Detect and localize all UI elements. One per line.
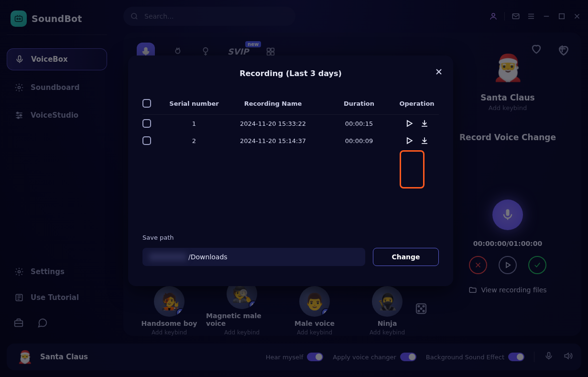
close-icon [434, 67, 444, 77]
cell-name: 2024-11-20 15:33:22 [223, 120, 323, 127]
row-checkbox[interactable] [142, 136, 151, 145]
recordings-table: Serial number Recording Name Duration Op… [142, 99, 439, 149]
cell-duration: 00:00:09 [323, 137, 395, 144]
table-row: 1 2024-11-20 15:33:22 00:00:15 [142, 115, 439, 132]
modal-title: Recording (Last 3 days) [142, 69, 439, 78]
cell-name: 2024-11-20 15:14:37 [223, 137, 323, 144]
recording-modal: Recording (Last 3 days) Serial number Re… [128, 55, 453, 286]
download-icon[interactable] [420, 119, 429, 128]
cell-serial: 1 [165, 120, 223, 127]
row-checkbox[interactable] [142, 119, 151, 128]
play-icon[interactable] [404, 119, 414, 128]
col-serial: Serial number [165, 100, 223, 107]
change-path-button[interactable]: Change [373, 248, 439, 266]
col-operation: Operation [395, 100, 439, 107]
table-row: 2 2024-11-20 15:14:37 00:00:09 [142, 132, 439, 149]
cell-duration: 00:00:15 [323, 120, 395, 127]
download-icon[interactable] [420, 136, 429, 145]
download-highlight-box [400, 150, 425, 188]
play-icon[interactable] [404, 136, 414, 145]
modal-close-button[interactable] [434, 67, 444, 78]
save-path-label: Save path [142, 234, 174, 241]
save-path-field[interactable]: /Downloads [142, 248, 365, 266]
select-all-checkbox[interactable] [142, 99, 151, 108]
col-duration: Duration [323, 100, 395, 107]
path-suffix: /Downloads [188, 253, 228, 261]
blurred-path [149, 253, 186, 261]
col-name: Recording Name [223, 100, 323, 107]
cell-serial: 2 [165, 137, 223, 144]
table-header: Serial number Recording Name Duration Op… [142, 99, 439, 115]
